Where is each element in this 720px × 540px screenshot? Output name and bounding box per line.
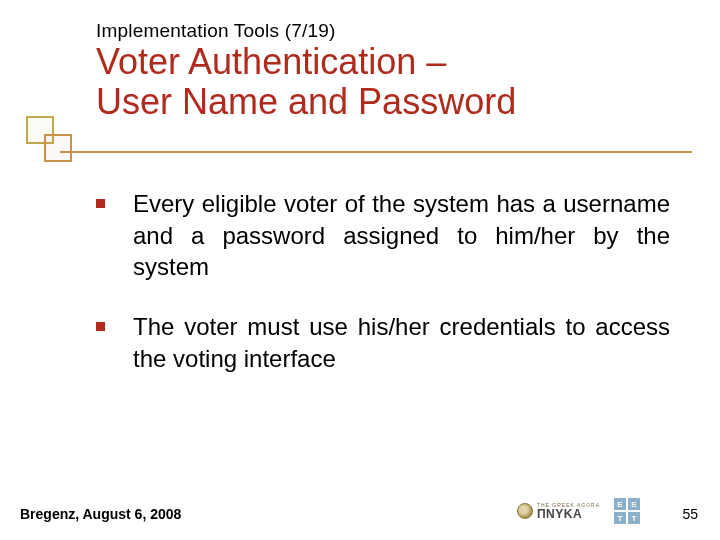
bullet-item: The voter must use his/her credentials t… xyxy=(96,311,670,374)
bullet-text: Every eligible voter of the system has a… xyxy=(133,188,670,283)
eett-cell: E xyxy=(628,498,640,510)
pnyka-logo: THE GREEK AGORA ΠNYKA xyxy=(517,503,600,520)
slide: Implementation Tools (7/19) Voter Authen… xyxy=(0,0,720,540)
slide-body: Every eligible voter of the system has a… xyxy=(96,188,670,402)
footer-location-date: Bregenz, August 6, 2008 xyxy=(20,506,181,522)
breadcrumb: Implementation Tools (7/19) xyxy=(96,20,670,42)
slide-header: Implementation Tools (7/19) Voter Authen… xyxy=(96,20,670,123)
eett-cell: T xyxy=(614,512,626,524)
pnyka-name: ΠNYKA xyxy=(537,508,600,520)
bullet-item: Every eligible voter of the system has a… xyxy=(96,188,670,283)
bullet-square-icon xyxy=(96,322,105,331)
eett-cell: T xyxy=(628,512,640,524)
pnyka-text: THE GREEK AGORA ΠNYKA xyxy=(537,503,600,520)
bullet-square-icon xyxy=(96,199,105,208)
slide-footer: Bregenz, August 6, 2008 THE GREEK AGORA … xyxy=(20,482,700,522)
title-line-1: Voter Authentication – xyxy=(96,41,446,82)
title-line-2: User Name and Password xyxy=(96,81,516,122)
page-number: 55 xyxy=(682,506,698,522)
decor-square-inner xyxy=(44,134,72,162)
eett-cell: E xyxy=(614,498,626,510)
footer-logos: THE GREEK AGORA ΠNYKA E E T T xyxy=(517,498,640,524)
eett-logo: E E T T xyxy=(614,498,640,524)
pnyka-coin-icon xyxy=(517,503,533,519)
slide-title: Voter Authentication – User Name and Pas… xyxy=(96,42,670,123)
title-underline xyxy=(60,151,692,153)
bullet-text: The voter must use his/her credentials t… xyxy=(133,311,670,374)
